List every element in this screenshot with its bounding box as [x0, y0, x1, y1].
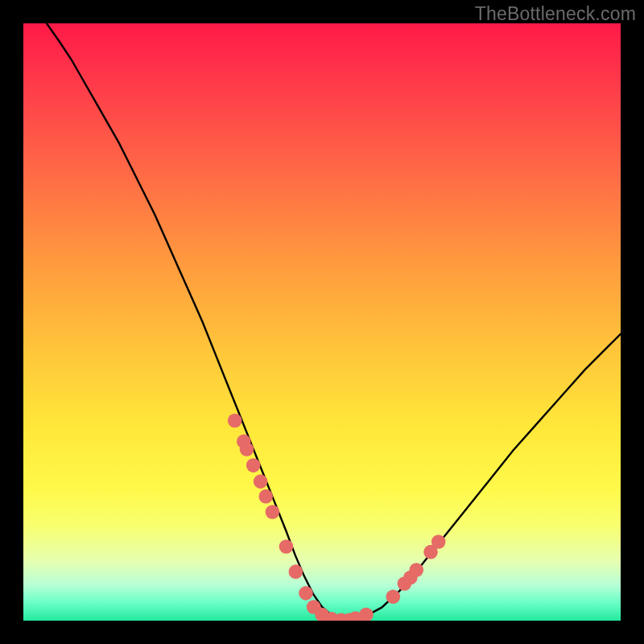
marker-group — [228, 414, 446, 621]
curve-group — [47, 23, 621, 620]
marker-point — [258, 489, 273, 504]
bottleneck-curve — [47, 23, 621, 620]
marker-point — [431, 535, 446, 549]
marker-point — [359, 608, 374, 621]
marker-point — [240, 442, 254, 456]
marker-point — [228, 414, 242, 428]
marker-point — [409, 563, 423, 577]
plot-area — [23, 23, 621, 621]
marker-point — [279, 539, 294, 554]
marker-point — [289, 564, 303, 579]
marker-point — [254, 474, 268, 489]
marker-point — [246, 458, 261, 473]
chart-svg — [23, 23, 621, 621]
chart-frame: TheBottleneck.com — [0, 0, 644, 644]
watermark-text: TheBottleneck.com — [475, 3, 636, 25]
marker-point — [266, 505, 280, 519]
marker-point — [299, 586, 313, 601]
marker-point — [386, 590, 401, 605]
